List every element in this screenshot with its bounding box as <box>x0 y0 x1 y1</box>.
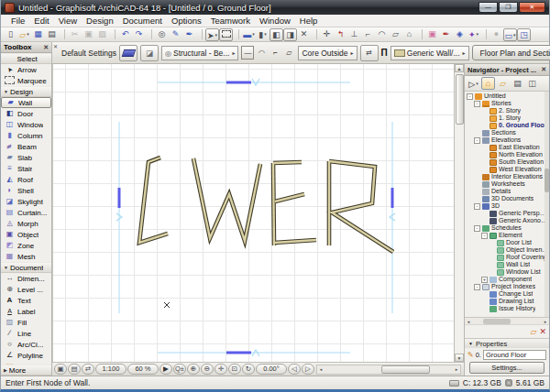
toolbox-item[interactable]: Line <box>1 328 51 339</box>
scroll-right-icon[interactable]: ▸ <box>542 319 549 324</box>
pan-zoom-swap-icon[interactable]: ⇄ <box>82 364 94 375</box>
virtual-trace-icon[interactable]: ◈ <box>453 28 467 41</box>
fit-in-window-icon[interactable]: ⊡ <box>228 364 241 375</box>
tree-item[interactable]: West Elevation <box>465 166 549 173</box>
toolbox-item[interactable]: Morph <box>1 218 51 229</box>
menu-item[interactable]: Edit <box>29 16 53 26</box>
menu-item[interactable]: Help <box>295 16 323 26</box>
new-folder-icon[interactable]: ▱ <box>531 327 537 336</box>
settings-button[interactable]: Settings... <box>469 362 544 374</box>
tree-item[interactable]: Object Inventory <box>465 246 549 254</box>
tree-item[interactable]: - Schedules <box>465 224 549 232</box>
toolbox-item[interactable]: Skylight <box>1 196 51 207</box>
view-map-icon[interactable]: ▱ <box>496 77 510 90</box>
box-stretch-icon[interactable]: ▱ <box>389 28 402 41</box>
delete-viewpoint-icon[interactable]: ✕ <box>539 327 546 336</box>
tree-expander-icon[interactable]: - <box>474 203 480 210</box>
wall-default-settings-button[interactable] <box>119 45 138 61</box>
toolbox-item[interactable]: Curtain... <box>1 207 51 218</box>
screen-view-a-icon[interactable]: ▭ <box>503 28 517 41</box>
scroll-right-icon[interactable]: ▸ <box>453 366 460 372</box>
scroll-left-icon[interactable]: ◂ <box>317 366 324 372</box>
tree-item[interactable]: North Elevation <box>465 151 549 158</box>
scroll-up-icon[interactable]: ▲ <box>455 64 464 72</box>
model-compare-icon[interactable]: ▣ <box>54 364 67 375</box>
scale-button[interactable]: 1:100 <box>95 364 126 375</box>
layout-book-icon[interactable]: ▤ <box>511 77 524 90</box>
toolbox-item[interactable]: Object <box>1 229 51 240</box>
tree-item[interactable]: - 3D <box>465 202 549 210</box>
toolbox-item[interactable]: ▼ Document <box>1 262 51 273</box>
tree-item[interactable]: + Component <box>465 276 549 283</box>
layout-navigator-icon[interactable]: ▤ <box>68 364 81 375</box>
inject-parameters-icon[interactable]: ✒ <box>182 28 196 41</box>
tree-item[interactable]: Generic Perspective <box>465 210 549 217</box>
toolbox-item[interactable]: Select <box>1 53 51 64</box>
floor-plan-section-button[interactable]: Floor Plan and Section... <box>472 45 550 60</box>
tree-item[interactable]: Generic Axonometry <box>465 217 549 224</box>
toolbox-item[interactable]: Fill <box>1 317 51 328</box>
menu-item[interactable]: Window <box>255 16 295 26</box>
tree-scrollbar[interactable] <box>544 92 549 317</box>
toolbar-icon[interactable] <box>480 29 487 39</box>
tree-item[interactable]: South Elevation <box>465 158 549 166</box>
maximize-button[interactable] <box>499 2 518 13</box>
find-select-icon[interactable]: ◎ <box>155 28 169 41</box>
toolbox-item[interactable]: Stair <box>1 163 51 174</box>
tree-horizontal-scrollbar[interactable]: ◂ ▸ <box>465 317 549 324</box>
horizontal-scrollbar[interactable]: ◂ ▸ <box>316 365 461 375</box>
previous-zoom-icon[interactable]: ◁ <box>288 364 301 375</box>
toolbox-item[interactable]: Slab <box>1 152 51 163</box>
surface-combo[interactable]: Generic Wall/... <box>390 46 469 60</box>
tree-item[interactable]: Change List <box>465 290 549 298</box>
curved-wall-icon[interactable]: ◠ <box>255 46 268 60</box>
open-file-icon[interactable]: ▱ <box>17 28 31 41</box>
close-icon[interactable] <box>53 43 58 49</box>
expand-arrow[interactable]: ▶ <box>160 364 172 375</box>
toolbox-item[interactable]: Shell <box>1 185 51 196</box>
trapezoid-wall-icon[interactable]: ⌐ <box>269 46 281 60</box>
drawing-canvas[interactable] <box>52 64 454 362</box>
print-icon[interactable]: ▤ <box>45 28 59 41</box>
tree-expander-icon[interactable]: - <box>474 284 480 290</box>
hotspot-icon[interactable]: ✛ <box>320 28 334 41</box>
straight-wall-icon[interactable]: — <box>241 46 254 60</box>
tree-item[interactable]: Details <box>465 188 549 195</box>
project-map-icon[interactable]: ⌂ <box>481 77 495 90</box>
menu-item[interactable]: File <box>6 16 29 26</box>
toolbox-header[interactable]: Toolbox <box>1 42 51 53</box>
scroll-thumb[interactable] <box>483 319 511 324</box>
properties-header[interactable]: ▼ Properties <box>465 338 549 348</box>
flip-reference-button[interactable]: ⇄ <box>360 45 379 61</box>
arrow-tool-icon[interactable]: ➤ <box>205 28 219 41</box>
toolbox-item[interactable]: ▼ Design <box>1 86 51 97</box>
save-icon[interactable]: ▦ <box>31 28 45 41</box>
tree-item[interactable]: Sections <box>465 129 549 136</box>
zoom-menu-icon[interactable]: Q± <box>173 364 186 375</box>
undo-icon[interactable]: ↶ <box>118 28 132 41</box>
menu-item[interactable]: Document <box>118 16 167 26</box>
tree-item[interactable]: - Stories <box>465 100 549 107</box>
quick-layers-a-icon[interactable]: ◧ <box>270 28 283 41</box>
tree-item[interactable]: - Element <box>465 232 549 239</box>
copy-icon[interactable]: ▣ <box>82 28 95 41</box>
wall-tool-icon[interactable]: ▬ <box>242 28 256 41</box>
menu-item[interactable]: View <box>54 16 82 26</box>
tree-item[interactable]: 3D Documents <box>465 195 549 202</box>
toolbox-more[interactable]: ▶ More <box>1 365 51 376</box>
story-name-field[interactable]: Ground Floor <box>483 350 546 360</box>
layer-combo[interactable]: Structural - Be... <box>161 46 238 60</box>
cut-icon[interactable]: ✂ <box>68 28 82 41</box>
toolbox-item[interactable]: Mesh <box>1 251 51 262</box>
toolbox-item[interactable]: Dimen... <box>1 273 51 284</box>
tree-item[interactable]: Window List <box>465 268 549 276</box>
tree-expander-icon[interactable]: - <box>474 225 480 232</box>
tree-expander-icon[interactable]: - <box>474 101 480 107</box>
toolbox-item[interactable]: Zone <box>1 240 51 251</box>
quick-layers-b-icon[interactable]: ◨ <box>283 28 297 41</box>
zoom-out-icon[interactable]: ⊖ <box>201 364 214 375</box>
toolbox-item[interactable]: Beam <box>1 141 51 152</box>
tree-item[interactable]: 2. Story <box>465 107 549 114</box>
project-chooser-icon[interactable]: ▷ <box>467 77 480 90</box>
magic-settings-icon[interactable]: ✦ <box>467 28 480 41</box>
